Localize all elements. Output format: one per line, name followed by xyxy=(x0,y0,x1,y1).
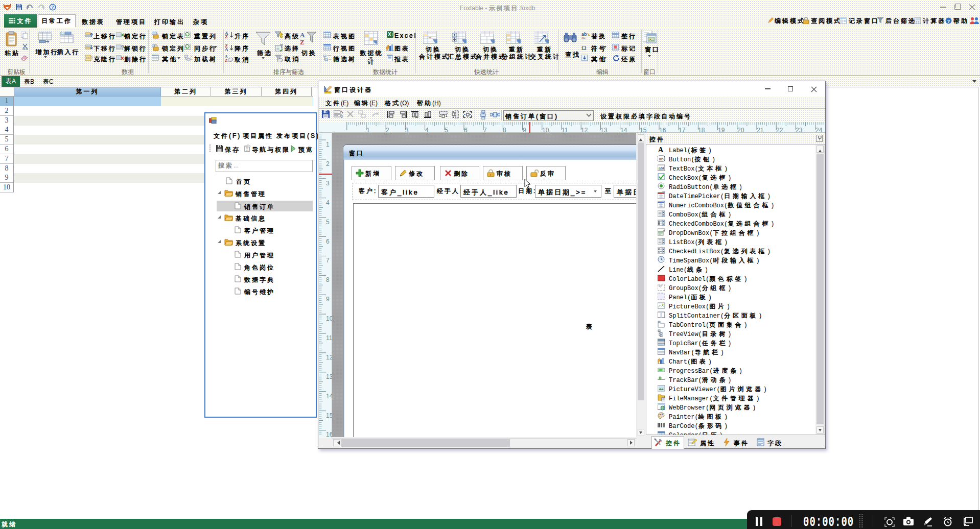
svg-text:23: 23 xyxy=(796,127,803,133)
svg-text:3: 3 xyxy=(405,127,409,133)
svg-text:6: 6 xyxy=(326,238,330,245)
svg-text:20: 20 xyxy=(737,127,744,133)
svg-text:9: 9 xyxy=(326,296,330,303)
svg-text:12: 12 xyxy=(581,127,588,133)
svg-text:?: ? xyxy=(52,5,54,10)
svg-text:A: A xyxy=(658,146,664,153)
svg-text:xy: xy xyxy=(659,284,662,287)
svg-text:3: 3 xyxy=(326,180,330,187)
svg-text:11: 11 xyxy=(326,334,333,342)
svg-text:1: 1 xyxy=(326,141,330,148)
svg-text:2: 2 xyxy=(341,114,343,118)
svg-text:21: 21 xyxy=(757,127,764,133)
svg-text:4: 4 xyxy=(326,199,330,206)
svg-text:17: 17 xyxy=(679,127,686,133)
svg-text:5: 5 xyxy=(445,127,448,133)
svg-text:14: 14 xyxy=(620,127,627,133)
svg-text:2: 2 xyxy=(326,160,330,167)
svg-text:10: 10 xyxy=(542,127,549,133)
svg-text:11: 11 xyxy=(562,127,568,133)
svg-text:13: 13 xyxy=(600,127,608,133)
svg-text:Z: Z xyxy=(225,58,227,62)
svg-text:Ω: Ω xyxy=(581,44,587,51)
svg-text:?: ? xyxy=(121,45,124,51)
svg-text:A: A xyxy=(300,31,305,39)
svg-text:22: 22 xyxy=(776,127,783,133)
svg-text:Z: Z xyxy=(300,38,305,45)
svg-text:5: 5 xyxy=(326,219,330,226)
svg-text:9: 9 xyxy=(523,127,526,133)
svg-text:1: 1 xyxy=(366,127,370,133)
svg-text:24: 24 xyxy=(815,127,823,133)
svg-text:19: 19 xyxy=(718,127,725,133)
svg-text:8: 8 xyxy=(503,127,506,133)
svg-text:7: 7 xyxy=(483,127,487,133)
svg-text:A: A xyxy=(225,47,228,51)
svg-text:X: X xyxy=(388,32,391,37)
svg-text:15: 15 xyxy=(640,127,647,133)
svg-text:?: ? xyxy=(947,19,950,24)
svg-text:18: 18 xyxy=(698,127,705,133)
svg-text:ab: ab xyxy=(659,157,664,161)
svg-text:ac: ac xyxy=(581,36,586,39)
svg-text:8: 8 xyxy=(326,276,330,283)
svg-text:4: 4 xyxy=(425,127,429,133)
svg-text:6: 6 xyxy=(464,127,468,133)
svg-text:Z: Z xyxy=(225,34,228,38)
svg-text:7: 7 xyxy=(326,257,330,264)
svg-text:abl: abl xyxy=(659,166,664,171)
svg-text:16: 16 xyxy=(659,127,666,133)
svg-text:2: 2 xyxy=(386,127,389,133)
